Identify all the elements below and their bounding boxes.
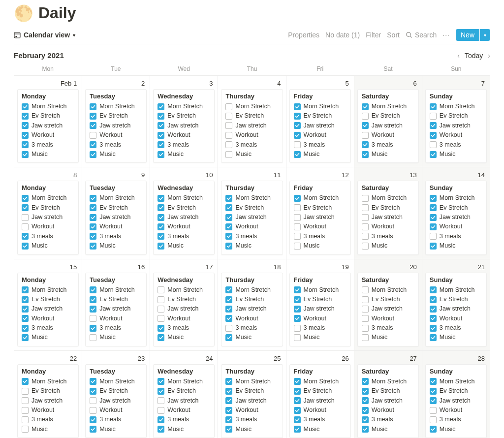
checkbox-checked-icon[interactable]: [90, 243, 96, 250]
checkbox-checked-icon[interactable]: [22, 306, 29, 313]
task-row[interactable]: Ev Stretch: [430, 386, 482, 396]
checkbox-checked-icon[interactable]: [362, 151, 369, 158]
calendar-cell[interactable]: 27SaturdayMorn StretchEv StretchJaw stre…: [354, 351, 422, 438]
task-row[interactable]: Morn Stretch: [294, 102, 346, 111]
task-row[interactable]: Morn Stretch: [90, 377, 142, 386]
checkbox-checked-icon[interactable]: [430, 306, 437, 313]
checkbox-checked-icon[interactable]: [158, 426, 164, 433]
checkbox-checked-icon[interactable]: [294, 388, 301, 395]
checkbox-unchecked-icon[interactable]: [362, 214, 369, 221]
task-row[interactable]: Morn Stretch: [158, 377, 210, 386]
checkbox-checked-icon[interactable]: [225, 334, 232, 341]
calendar-cell[interactable]: 18ThursdayMorn StretchEv StretchJaw stre…: [218, 259, 286, 351]
day-card[interactable]: MondayMorn StretchEv StretchJaw stretchW…: [17, 364, 79, 438]
checkbox-unchecked-icon[interactable]: [362, 315, 369, 322]
checkbox-unchecked-icon[interactable]: [294, 325, 301, 332]
page-emoji[interactable]: 🌕: [14, 5, 33, 21]
checkbox-checked-icon[interactable]: [158, 416, 164, 423]
task-row[interactable]: Workout: [158, 314, 210, 323]
sort-button[interactable]: Sort: [387, 31, 400, 39]
task-row[interactable]: Music: [430, 425, 482, 434]
checkbox-checked-icon[interactable]: [430, 378, 437, 385]
checkbox-unchecked-icon[interactable]: [430, 141, 437, 148]
day-card[interactable]: SaturdayMorn StretchEv StretchJaw stretc…: [357, 273, 419, 346]
checkbox-unchecked-icon[interactable]: [158, 286, 164, 293]
task-row[interactable]: Workout: [158, 222, 210, 231]
checkbox-checked-icon[interactable]: [90, 426, 96, 433]
task-row[interactable]: 3 meals: [294, 232, 346, 241]
task-row[interactable]: Music: [22, 425, 74, 434]
task-row[interactable]: Workout: [430, 406, 482, 415]
task-row[interactable]: Ev Stretch: [90, 111, 142, 121]
checkbox-checked-icon[interactable]: [90, 416, 96, 423]
checkbox-checked-icon[interactable]: [430, 214, 437, 221]
day-card[interactable]: TuesdayMorn StretchEv StretchJaw stretch…: [85, 273, 147, 346]
calendar-cell[interactable]: 13SaturdayMorn StretchEv StretchJaw stre…: [354, 167, 422, 259]
calendar-cell[interactable]: 15MondayMorn StretchEv StretchJaw stretc…: [14, 259, 82, 351]
checkbox-checked-icon[interactable]: [430, 325, 437, 332]
day-card[interactable]: MondayMorn StretchEv StretchJaw stretchW…: [17, 273, 79, 346]
properties-button[interactable]: Properties: [288, 31, 319, 39]
checkbox-unchecked-icon[interactable]: [294, 243, 301, 250]
task-row[interactable]: Morn Stretch: [158, 193, 210, 203]
calendar-cell[interactable]: 7SundayMorn StretchEv StretchJaw stretch…: [422, 76, 490, 167]
checkbox-checked-icon[interactable]: [158, 204, 164, 211]
task-row[interactable]: 3 meals: [22, 232, 74, 241]
calendar-cell[interactable]: 14SundayMorn StretchEv StretchJaw stretc…: [422, 167, 490, 259]
checkbox-checked-icon[interactable]: [22, 286, 29, 293]
task-row[interactable]: Jaw stretch: [294, 304, 346, 313]
checkbox-checked-icon[interactable]: [362, 388, 369, 395]
filter-button[interactable]: Filter: [366, 31, 381, 39]
calendar-cell[interactable]: 8MondayMorn StretchEv StretchJaw stretch…: [14, 167, 82, 259]
task-row[interactable]: Jaw stretch: [225, 213, 278, 222]
task-row[interactable]: Ev Stretch: [158, 386, 210, 396]
task-row[interactable]: 3 meals: [90, 140, 142, 150]
task-row[interactable]: 3 meals: [362, 140, 414, 150]
checkbox-checked-icon[interactable]: [22, 103, 29, 110]
task-row[interactable]: Morn Stretch: [362, 377, 414, 386]
task-row[interactable]: 3 meals: [430, 140, 482, 150]
checkbox-unchecked-icon[interactable]: [362, 113, 369, 120]
task-row[interactable]: Jaw stretch: [430, 121, 482, 130]
view-selector[interactable]: Calendar view ▾: [14, 31, 75, 39]
checkbox-checked-icon[interactable]: [158, 195, 164, 202]
checkbox-checked-icon[interactable]: [362, 397, 369, 404]
checkbox-checked-icon[interactable]: [430, 223, 437, 230]
task-row[interactable]: Morn Stretch: [22, 102, 74, 111]
task-row[interactable]: Workout: [430, 130, 482, 140]
day-card[interactable]: WednesdayMorn StretchEv StretchJaw stret…: [153, 181, 215, 254]
calendar-cell[interactable]: 20SaturdayMorn StretchEv StretchJaw stre…: [354, 259, 422, 351]
task-row[interactable]: Workout: [22, 314, 74, 323]
day-card[interactable]: MondayMorn StretchEv StretchJaw stretchW…: [17, 89, 79, 163]
task-row[interactable]: 3 meals: [158, 323, 210, 333]
checkbox-checked-icon[interactable]: [22, 132, 29, 139]
task-row[interactable]: Jaw stretch: [158, 213, 210, 222]
calendar-cell[interactable]: 22MondayMorn StretchEv StretchJaw stretc…: [14, 351, 82, 438]
task-row[interactable]: Workout: [90, 406, 142, 415]
task-row[interactable]: Ev Stretch: [90, 203, 142, 213]
checkbox-checked-icon[interactable]: [90, 103, 96, 110]
day-card[interactable]: FridayMorn StretchEv StretchJaw stretchW…: [289, 273, 351, 346]
task-row[interactable]: Morn Stretch: [22, 193, 74, 203]
checkbox-checked-icon[interactable]: [430, 195, 437, 202]
task-row[interactable]: 3 meals: [294, 415, 346, 424]
checkbox-unchecked-icon[interactable]: [90, 132, 96, 139]
checkbox-unchecked-icon[interactable]: [158, 315, 164, 322]
checkbox-unchecked-icon[interactable]: [158, 296, 164, 303]
task-row[interactable]: Jaw stretch: [22, 396, 74, 406]
checkbox-checked-icon[interactable]: [225, 426, 232, 433]
task-row[interactable]: Morn Stretch: [225, 102, 278, 111]
checkbox-unchecked-icon[interactable]: [362, 233, 369, 240]
checkbox-unchecked-icon[interactable]: [294, 141, 301, 148]
next-month-button[interactable]: ›: [488, 52, 490, 60]
task-row[interactable]: Morn Stretch: [225, 377, 278, 386]
day-card[interactable]: WednesdayMorn StretchEv StretchJaw stret…: [153, 364, 215, 438]
checkbox-unchecked-icon[interactable]: [430, 407, 437, 414]
checkbox-checked-icon[interactable]: [158, 388, 164, 395]
checkbox-unchecked-icon[interactable]: [362, 325, 369, 332]
calendar-cell[interactable]: 23TuesdayMorn StretchEv StretchJaw stret…: [82, 351, 150, 438]
task-row[interactable]: Workout: [430, 314, 482, 323]
checkbox-unchecked-icon[interactable]: [90, 397, 96, 404]
calendar-cell[interactable]: Feb 1MondayMorn StretchEv StretchJaw str…: [14, 76, 82, 167]
task-row[interactable]: Jaw stretch: [225, 396, 278, 406]
